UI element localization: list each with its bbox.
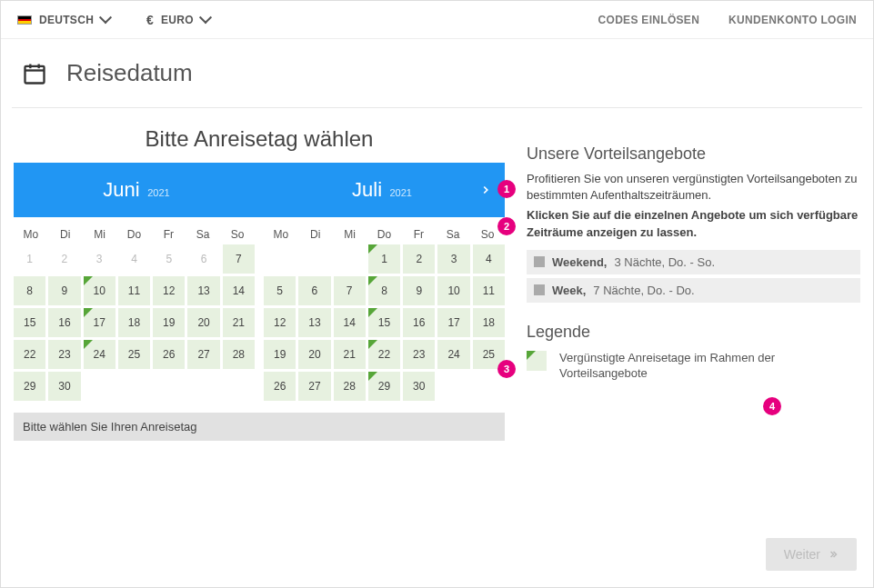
dow-label: So (220, 228, 255, 241)
offer-item[interactable]: Weekend, 3 Nächte, Do. - So. (527, 250, 860, 274)
legend-title: Legende (527, 323, 860, 342)
calendar-day[interactable]: 23 (48, 340, 80, 369)
offer-name: Weekend, (552, 255, 607, 269)
chevron-down-icon (201, 15, 210, 25)
offer-desc: 7 Nächte, Do. - Do. (593, 284, 694, 297)
calendar-day[interactable]: 16 (48, 308, 80, 337)
offer-marker-icon (368, 340, 377, 349)
offer-item[interactable]: Week, 7 Nächte, Do. - Do. (527, 278, 860, 303)
account-login-link[interactable]: KUNDENKONTO LOGIN (728, 14, 857, 26)
offer-marker-icon (84, 308, 93, 317)
calendar-day[interactable]: 5 (264, 276, 296, 305)
language-selector[interactable]: DEUTSCH (17, 14, 110, 26)
calendar-day[interactable]: 18 (118, 308, 150, 337)
dow-label: Di (298, 228, 333, 241)
calendar-day[interactable]: 22 (14, 340, 45, 369)
annotation-badge: 3 (497, 360, 516, 378)
dow-label: Fr (151, 228, 186, 241)
calendar-day[interactable]: 16 (403, 308, 435, 337)
flag-de-icon (17, 15, 32, 25)
currency-selector[interactable]: € EURO (146, 13, 210, 27)
calendar-day[interactable]: 6 (298, 276, 330, 305)
calendar-day[interactable]: 27 (298, 372, 330, 401)
calendar-day[interactable]: 10 (84, 276, 116, 305)
annotation-badge: 4 (763, 397, 781, 415)
calendar-day[interactable]: 25 (118, 340, 150, 369)
calendar-day[interactable]: 13 (187, 276, 219, 305)
calendar-day[interactable]: 12 (153, 276, 185, 305)
dow-label: Do (367, 228, 402, 241)
calendar-status-bar: Bitte wählen Sie Ihren Anreisetag (14, 413, 505, 441)
calendar-day[interactable]: 21 (223, 308, 255, 337)
annotation-badge: 2 (497, 217, 516, 235)
calendar-day[interactable]: 11 (118, 276, 150, 305)
calendar-day[interactable]: 19 (153, 308, 185, 337)
calendar-day[interactable]: 23 (403, 340, 435, 369)
dow-label: Di (48, 228, 83, 241)
calendar-day[interactable]: 13 (298, 308, 330, 337)
language-label: DEUTSCH (39, 14, 94, 26)
calendar-day[interactable]: 24 (437, 340, 469, 369)
calendar-day[interactable]: 29 (368, 372, 400, 401)
choose-arrival-title: Bitte Anreisetag wählen (14, 126, 505, 152)
calendar-day: 5 (153, 244, 185, 274)
calendar-day[interactable]: 17 (437, 308, 469, 337)
calendar-day[interactable]: 27 (187, 340, 219, 369)
calendar-day[interactable]: 9 (403, 276, 435, 305)
calendar-day[interactable]: 18 (473, 308, 505, 337)
legend-text: Vergünstigte Anreisetage im Rahmen der V… (559, 351, 778, 382)
calendar-day[interactable]: 8 (14, 276, 45, 305)
month-year-0: 2021 (147, 187, 169, 198)
legend-swatch-offer (527, 351, 547, 371)
calendar-day[interactable]: 10 (437, 276, 469, 305)
calendar-day[interactable]: 28 (223, 340, 255, 369)
offer-color-swatch (534, 256, 545, 267)
calendar-day[interactable]: 20 (298, 340, 330, 369)
calendar-day[interactable]: 26 (264, 372, 296, 401)
calendar-day[interactable]: 19 (264, 340, 296, 369)
calendar-day[interactable]: 9 (48, 276, 80, 305)
calendar-day[interactable]: 1 (368, 244, 400, 274)
svg-rect-0 (25, 65, 45, 83)
calendar-next-button[interactable] (476, 180, 496, 200)
offer-marker-icon (368, 308, 377, 317)
calendar-day[interactable]: 26 (153, 340, 185, 369)
calendar-day[interactable]: 30 (403, 372, 435, 401)
dow-label: Fr (401, 228, 436, 241)
calendar-day[interactable]: 30 (48, 372, 80, 401)
calendar-day: 1 (14, 244, 45, 274)
continue-button[interactable]: Weiter (766, 538, 857, 571)
calendar-day[interactable]: 28 (334, 372, 366, 401)
dow-label: Mo (14, 228, 48, 241)
currency-label: EURO (161, 14, 194, 26)
calendar-day[interactable]: 17 (84, 308, 116, 337)
calendar-day[interactable]: 4 (473, 244, 505, 274)
calendar-day[interactable]: 2 (403, 244, 435, 274)
calendar-day[interactable]: 14 (223, 276, 255, 305)
calendar-day[interactable]: 29 (14, 372, 45, 401)
dow-label: Sa (186, 228, 220, 241)
calendar-day[interactable]: 14 (334, 308, 366, 337)
chevron-right-double-icon (828, 549, 839, 560)
calendar-day[interactable]: 7 (334, 276, 366, 305)
calendar-day[interactable]: 21 (334, 340, 366, 369)
continue-button-label: Weiter (784, 547, 820, 562)
calendar-icon (21, 61, 48, 86)
calendar-day[interactable]: 24 (84, 340, 116, 369)
calendar-day[interactable]: 7 (223, 244, 255, 274)
offers-intro: Profitieren Sie von unseren vergünstigte… (527, 171, 860, 204)
calendar-day[interactable]: 22 (368, 340, 400, 369)
calendar-day: 3 (84, 244, 116, 274)
calendar-months-header: Juni 2021 Juli 2021 (14, 163, 505, 217)
calendar-day[interactable]: 3 (437, 244, 469, 274)
calendar-day[interactable]: 8 (368, 276, 400, 305)
calendar-day[interactable]: 15 (368, 308, 400, 337)
offer-marker-icon (84, 276, 93, 285)
calendar-day[interactable]: 12 (264, 308, 296, 337)
month-name-1: Juli (352, 178, 382, 201)
redeem-codes-link[interactable]: CODES EINLÖSEN (598, 14, 700, 26)
calendar-day[interactable]: 15 (14, 308, 45, 337)
calendar-day[interactable]: 20 (187, 308, 219, 337)
calendar-day[interactable]: 11 (473, 276, 505, 305)
month-year-1: 2021 (389, 187, 411, 198)
